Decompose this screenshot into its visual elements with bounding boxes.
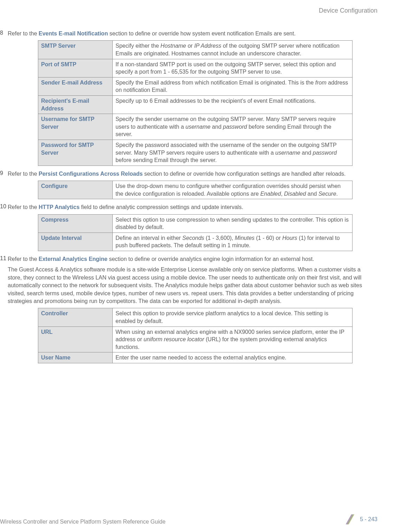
- param-table: ConfigureUse the drop-down menu to confi…: [38, 181, 353, 199]
- table-row: Port of SMTPIf a non-standard SMTP port …: [38, 59, 353, 77]
- page-content: 8Refer to the Events E-mail Notification…: [0, 0, 395, 363]
- param-desc: Specify the Email address from which not…: [113, 77, 353, 95]
- param-desc: Select this option to use compression to…: [113, 214, 353, 233]
- param-label: User Name: [38, 352, 113, 363]
- table-row: Sender E-mail AddressSpecify the Email a…: [38, 77, 353, 95]
- section-title-bold: HTTP Analytics: [39, 204, 79, 210]
- param-desc: If a non-standard SMTP port is used on t…: [113, 59, 353, 77]
- param-table: ControllerSelect this option to provide …: [38, 308, 353, 363]
- section-number: 11: [0, 255, 8, 263]
- section-intro: Refer to the Persist Configurations Acro…: [8, 170, 374, 178]
- page-footer: Wireless Controller and Service Platform…: [0, 519, 395, 525]
- param-desc: When using an external analytics engine …: [113, 326, 353, 352]
- page-number-block: 5 - 243: [344, 514, 377, 525]
- table-row: SMTP ServerSpecify either the Hostname o…: [38, 41, 353, 59]
- section-intro: Refer to the HTTP Analytics field to def…: [8, 203, 374, 211]
- param-label: Configure: [38, 181, 113, 199]
- section-item: 11Refer to the External Analytics Engine…: [0, 255, 374, 263]
- table-row: ControllerSelect this option to provide …: [38, 308, 353, 326]
- table-row: Update IntervalDefine an interval in eit…: [38, 233, 353, 251]
- table-row: User NameEnter the user name needed to a…: [38, 352, 353, 363]
- param-desc: Select this option to provide service pl…: [113, 308, 353, 326]
- param-desc: Specify the password associated with the…: [113, 140, 353, 166]
- section-item: 8Refer to the Events E-mail Notification…: [0, 30, 374, 38]
- param-label: Sender E-mail Address: [38, 77, 113, 95]
- param-desc: Specify up to 6 Email addresses to be th…: [113, 95, 353, 114]
- param-label: Update Interval: [38, 233, 113, 251]
- section-number: 8: [0, 30, 8, 38]
- table-row: CompressSelect this option to use compre…: [38, 214, 353, 233]
- table-row: Username for SMTP ServerSpecify the send…: [38, 114, 353, 140]
- section-title-bold: Events E-mail Notification: [39, 31, 108, 36]
- param-desc: Specify the sender username on the outgo…: [113, 114, 353, 140]
- section-item: 10Refer to the HTTP Analytics field to d…: [0, 203, 374, 211]
- param-label: Port of SMTP: [38, 59, 113, 77]
- section-number: 9: [0, 170, 8, 178]
- footer-title: Wireless Controller and Service Platform…: [0, 519, 165, 525]
- param-label: Compress: [38, 214, 113, 233]
- page-slash-icon: [344, 514, 356, 525]
- param-label: Controller: [38, 308, 113, 326]
- param-table: SMTP ServerSpecify either the Hostname o…: [38, 40, 353, 166]
- table-row: Password for SMTP ServerSpecify the pass…: [38, 140, 353, 166]
- section-paragraph: The Guest Access & Analytics software mo…: [0, 266, 374, 305]
- table-row: URLWhen using an external analytics engi…: [38, 326, 353, 352]
- param-label: SMTP Server: [38, 41, 113, 59]
- param-label: Password for SMTP Server: [38, 140, 113, 166]
- param-desc: Define an interval in either Seconds (1 …: [113, 233, 353, 251]
- section-intro: Refer to the Events E-mail Notification …: [8, 30, 374, 38]
- table-row: ConfigureUse the drop-down menu to confi…: [38, 181, 353, 199]
- param-label: Recipient's E-mail Address: [38, 95, 113, 114]
- section-item: 9Refer to the Persist Configurations Acr…: [0, 170, 374, 178]
- section-number: 10: [0, 203, 8, 211]
- param-table: CompressSelect this option to use compre…: [38, 214, 353, 251]
- page-number: 5 - 243: [360, 516, 377, 523]
- param-desc: Use the drop-down menu to configure whet…: [113, 181, 353, 199]
- param-label: URL: [38, 326, 113, 352]
- param-desc: Specify either the Hostname or IP Addres…: [113, 41, 353, 59]
- param-label: Username for SMTP Server: [38, 114, 113, 140]
- section-title-bold: Persist Configurations Across Reloads: [39, 171, 143, 177]
- param-desc: Enter the user name needed to access the…: [113, 352, 353, 363]
- section-intro: Refer to the External Analytics Engine s…: [8, 255, 374, 263]
- table-row: Recipient's E-mail AddressSpecify up to …: [38, 95, 353, 114]
- header-chapter: Device Configuration: [319, 7, 377, 14]
- section-title-bold: External Analytics Engine: [39, 256, 107, 262]
